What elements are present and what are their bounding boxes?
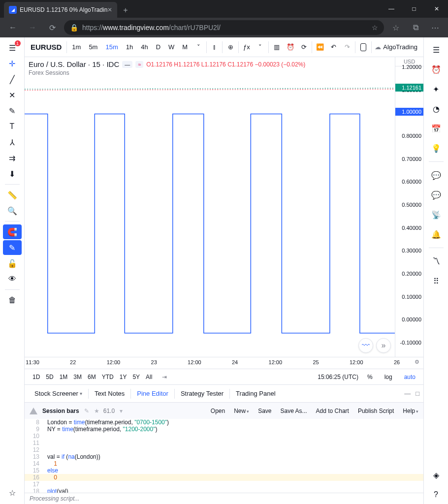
goto-date-button[interactable]: 〰 xyxy=(358,338,373,353)
maximize-panel-icon[interactable]: □ xyxy=(416,390,419,397)
tab-text-notes[interactable]: Text Notes xyxy=(89,385,130,402)
code-line[interactable]: 18plot(val) xyxy=(25,488,423,493)
indicators-menu[interactable]: ˅ xyxy=(254,37,267,57)
tab-trading-panel[interactable]: Trading Panel xyxy=(230,385,281,402)
compare-button[interactable]: ⊕ xyxy=(224,37,237,57)
hotlist-icon[interactable]: ✦ xyxy=(427,80,446,98)
forward-button[interactable]: → xyxy=(25,20,40,35)
ideas-icon[interactable]: 💡 xyxy=(427,139,446,158)
redo-button[interactable]: ↷ xyxy=(341,37,354,57)
address-bar[interactable]: 🔒 https://www.tradingview.com/chart/rU7B… xyxy=(64,20,384,35)
code-line[interactable]: 12 xyxy=(25,446,423,453)
range-1D[interactable]: 1D xyxy=(30,372,43,382)
rewind-button[interactable]: ⏪ xyxy=(313,37,327,57)
tab-pine-editor[interactable]: Pine Editor xyxy=(131,385,174,402)
brush-tool[interactable]: ✎ xyxy=(3,103,22,118)
zoom-tool[interactable]: 🔍 xyxy=(3,203,22,218)
refresh-button[interactable]: ⟳ xyxy=(44,20,60,35)
hamburger-icon[interactable]: ☰1 xyxy=(3,40,22,55)
tab-stock-screener[interactable]: Stock Screener▾ xyxy=(29,385,88,402)
maximize-button[interactable]: □ xyxy=(403,0,425,18)
dom-icon[interactable]: 〽 xyxy=(427,252,446,271)
chart-pane[interactable]: Euro / U.S. Dollar · 15 · IDC — ≈ O1.121… xyxy=(25,57,395,357)
symbol-button[interactable]: EURUSD xyxy=(27,37,65,57)
interval-4h[interactable]: 4h xyxy=(137,37,152,57)
range-3M[interactable]: 3M xyxy=(70,372,85,382)
notifications-icon[interactable]: 🔔 xyxy=(427,225,446,244)
range-1Y[interactable]: 1Y xyxy=(117,372,130,382)
layout-button[interactable] xyxy=(356,37,370,57)
interval-15m[interactable]: 15m xyxy=(101,37,122,57)
editor-action-new[interactable]: New▾ xyxy=(234,408,249,414)
interval-menu[interactable]: ˅ xyxy=(192,37,205,57)
minimize-panel-icon[interactable]: — xyxy=(404,390,411,397)
templates-button[interactable]: ▥ xyxy=(270,37,284,57)
code-line[interactable]: 15else xyxy=(25,467,423,474)
trend-line-tool[interactable]: ╱ xyxy=(3,72,22,87)
unlock-tool[interactable]: 🔓 xyxy=(3,256,22,271)
time-axis[interactable]: 11:302212:002312:002412:002512:0026 ⚙ xyxy=(25,357,423,369)
code-line[interactable]: 11 xyxy=(25,440,423,446)
interval-1m[interactable]: 1m xyxy=(68,37,85,57)
code-line[interactable]: 14 1 xyxy=(25,460,423,467)
code-line[interactable]: 10 xyxy=(25,433,423,440)
bookmark-icon[interactable]: ☆ xyxy=(372,24,378,32)
calendar-icon[interactable]: 📅 xyxy=(427,119,446,138)
favorites-button[interactable]: ☆ xyxy=(388,20,404,35)
editor-action-save-as-[interactable]: Save As... xyxy=(281,408,307,414)
code-line[interactable]: 13val = if (na(London)) xyxy=(25,453,423,460)
back-button[interactable]: ← xyxy=(5,20,21,35)
close-tab-icon[interactable]: ✕ xyxy=(107,6,112,13)
cross-tool[interactable]: ✛ xyxy=(3,56,22,71)
tab-strategy-tester[interactable]: Strategy Tester xyxy=(175,385,229,402)
close-window-button[interactable]: ✕ xyxy=(425,0,448,18)
edit-name-icon[interactable]: ✎ xyxy=(84,408,89,414)
editor-action-help[interactable]: Help▾ xyxy=(403,408,418,414)
watchlist-icon[interactable]: ☰ xyxy=(427,40,446,59)
publish-button[interactable]: ☁AlgoTrading xyxy=(373,37,421,57)
interval-D[interactable]: D xyxy=(152,37,164,57)
undo-button[interactable]: ↶ xyxy=(327,37,341,57)
more-icon[interactable]: ◈ xyxy=(427,466,446,484)
data-window-icon[interactable]: ◔ xyxy=(427,99,446,118)
auto-button[interactable]: auto xyxy=(401,372,418,382)
interval-5m[interactable]: 5m xyxy=(85,37,101,57)
long-short-tool[interactable]: ⬇ xyxy=(3,166,22,181)
code-line[interactable]: 8London = time(timeframe.period, "0700-1… xyxy=(25,419,423,426)
private-chat-icon[interactable]: 💬 xyxy=(427,186,446,204)
pattern-tool[interactable]: ⅄ xyxy=(3,135,22,150)
axis-settings-icon[interactable]: ⚙ xyxy=(415,359,419,365)
range-6M[interactable]: 6M xyxy=(85,372,99,382)
version-menu-icon[interactable]: ▾ xyxy=(120,408,123,414)
alerts-icon[interactable]: ⏰ xyxy=(427,60,446,79)
ruler-tool[interactable]: 📏 xyxy=(3,188,22,202)
trash-tool[interactable]: 🗑 xyxy=(3,293,22,308)
script-name[interactable]: Session bars xyxy=(42,408,79,414)
star-script-icon[interactable]: ★ xyxy=(94,408,99,414)
alert-button[interactable]: ⏰ xyxy=(284,37,297,57)
range-All[interactable]: All xyxy=(143,372,155,382)
fib-tool[interactable]: ✕ xyxy=(3,88,22,102)
indicators-button[interactable]: ƒx xyxy=(240,37,254,57)
editor-action-save[interactable]: Save xyxy=(258,408,271,414)
minimize-button[interactable]: — xyxy=(380,0,403,18)
replay-button[interactable]: ⟳ xyxy=(297,37,311,57)
editor-action-publish-script[interactable]: Publish Script xyxy=(358,408,394,414)
object-tree-icon[interactable]: ⠿ xyxy=(427,272,446,290)
help-icon[interactable]: ? xyxy=(427,485,446,504)
code-line[interactable]: 17 xyxy=(25,481,423,488)
code-editor[interactable]: 8London = time(timeframe.period, "0700-1… xyxy=(25,419,423,493)
editor-action-open[interactable]: Open xyxy=(211,408,225,414)
scroll-right-button[interactable]: » xyxy=(376,338,391,353)
new-tab-button[interactable]: + xyxy=(117,3,133,18)
text-tool[interactable]: T xyxy=(3,119,22,134)
magnet-tool[interactable]: 🧲 xyxy=(3,224,22,239)
range-1M[interactable]: 1M xyxy=(57,372,71,382)
code-line[interactable]: 16 0 xyxy=(25,474,423,481)
range-5D[interactable]: 5D xyxy=(43,372,56,382)
stream-icon[interactable]: 📡 xyxy=(427,205,446,224)
public-chat-icon[interactable]: 💬 xyxy=(427,166,446,185)
range-5Y[interactable]: 5Y xyxy=(129,372,143,382)
editor-action-add-to-chart[interactable]: Add to Chart xyxy=(316,408,349,414)
pct-button[interactable]: % xyxy=(364,372,376,382)
